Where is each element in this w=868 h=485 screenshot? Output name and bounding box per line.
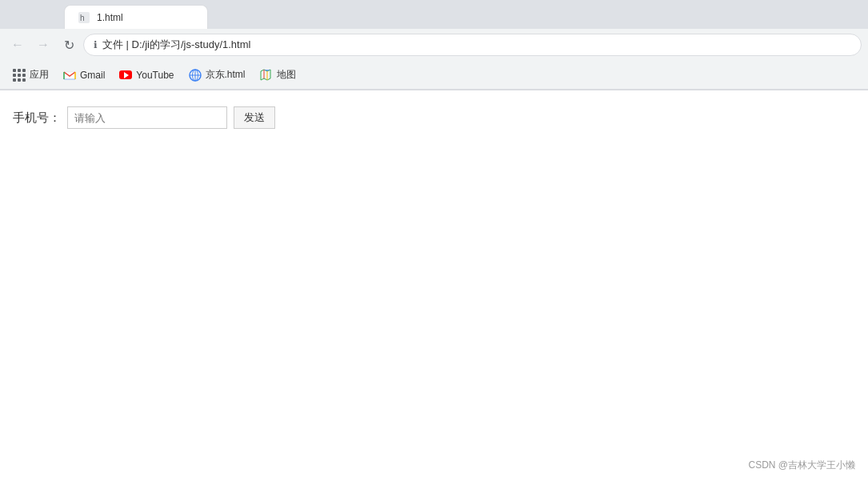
browser-tab[interactable]: h 1.html [64, 5, 208, 29]
maps-label: 地图 [277, 68, 296, 82]
tab-bar: h 1.html [0, 0, 868, 29]
tab-title: 1.html [97, 12, 123, 23]
lock-icon: ℹ [94, 39, 98, 50]
footer-watermark: CSDN @吉林大学王小懒 [748, 459, 855, 472]
svg-text:h: h [80, 14, 85, 22]
url-text: 文件 | D:/ji的学习/js-study/1.html [102, 38, 250, 52]
send-button[interactable]: 发送 [234, 106, 275, 129]
apps-icon [13, 69, 26, 82]
bookmark-gmail[interactable]: Gmail [57, 65, 111, 86]
youtube-icon [119, 69, 132, 82]
phone-label: 手机号： [13, 110, 61, 126]
jingdong-label: 京东.html [206, 68, 246, 82]
tab-favicon: h [78, 11, 90, 24]
bookmark-apps[interactable]: 应用 [6, 65, 55, 86]
address-bar-row: ← → ↻ ℹ 文件 | D:/ji的学习/js-study/1.html [0, 29, 868, 61]
phone-input[interactable] [67, 106, 227, 129]
back-button[interactable]: ← [6, 34, 29, 56]
gmail-icon [63, 69, 76, 82]
gmail-label: Gmail [80, 70, 105, 81]
bookmark-youtube[interactable]: YouTube [113, 65, 180, 86]
jingdong-icon [189, 69, 202, 82]
forward-button[interactable]: → [32, 34, 54, 56]
bookmarks-bar: 应用 Gmail YouTube [0, 61, 868, 90]
browser-chrome: h 1.html ← → ↻ ℹ 文件 | D:/ji的学习/js-study/… [0, 0, 868, 90]
bookmark-jingdong[interactable]: 京东.html [182, 65, 252, 86]
maps-icon [260, 69, 273, 82]
youtube-label: YouTube [136, 70, 174, 81]
bookmark-maps[interactable]: 地图 [254, 65, 302, 86]
address-bar[interactable]: ℹ 文件 | D:/ji的学习/js-study/1.html [83, 34, 862, 56]
refresh-button[interactable]: ↻ [58, 34, 80, 56]
apps-label: 应用 [30, 68, 49, 82]
page-content: 手机号： 发送 [0, 90, 868, 145]
